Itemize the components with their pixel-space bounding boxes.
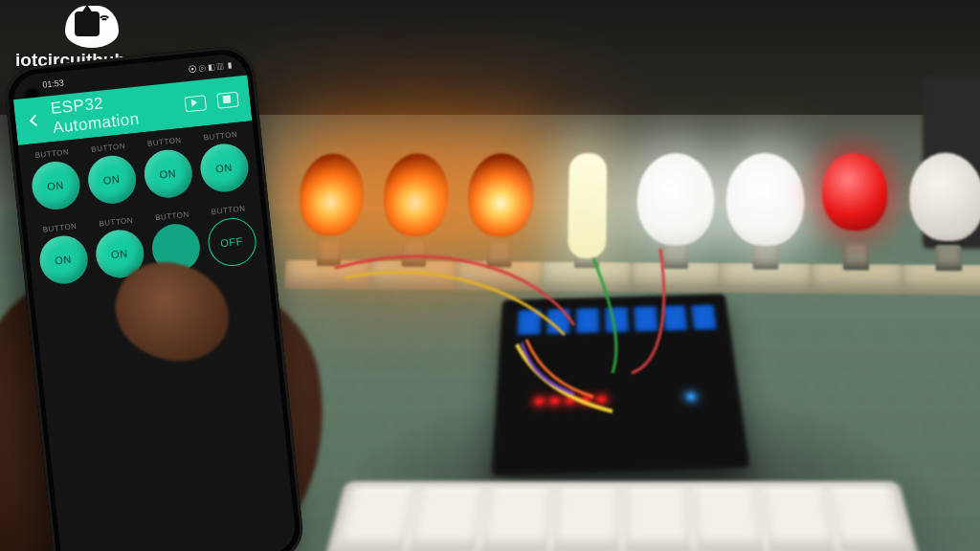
rocker-switch[interactable] [408, 489, 482, 551]
button-widget-2: BUTTONON [80, 141, 142, 217]
widget-label: BUTTON [34, 147, 69, 160]
status-icons-right: ⦿ ⦾ ◧ ▥ ▮ [188, 60, 234, 76]
rocker-switch[interactable] [625, 489, 692, 551]
rocker-switch[interactable] [336, 489, 415, 551]
toggle-button-on[interactable]: ON [37, 233, 90, 286]
bulb-2 [377, 153, 453, 267]
widget-label: BUTTON [91, 142, 125, 154]
rocker-switch[interactable] [693, 489, 764, 551]
rocker-switch[interactable] [553, 489, 620, 551]
stop-icon[interactable] [216, 92, 239, 109]
button-widget-1: BUTTONON [25, 146, 86, 223]
widget-label: BUTTON [147, 136, 182, 148]
rocker-switch[interactable] [761, 489, 835, 551]
widget-label: BUTTON [42, 222, 77, 234]
switch-strip [323, 481, 921, 551]
relay-board [491, 294, 749, 475]
bulb-1 [293, 154, 368, 267]
widget-label: BUTTON [99, 216, 133, 229]
toggle-button-off[interactable]: OFF [206, 216, 258, 269]
toggle-button-on[interactable]: ON [85, 153, 138, 206]
button-widget-3: BUTTONON [137, 135, 198, 211]
button-widget-5: BUTTONON [33, 221, 94, 298]
button-widget-8: BUTTONOFF [201, 203, 262, 279]
toggle-button-on[interactable]: ON [142, 147, 194, 200]
toggle-button-on[interactable]: ON [29, 160, 81, 212]
bulb-3 [463, 153, 539, 268]
bulb-7 [816, 153, 896, 271]
rocker-switch[interactable] [829, 489, 908, 551]
toggle-button-on[interactable]: ON [197, 142, 250, 194]
bulb-4 [549, 153, 625, 268]
bulb-5 [637, 153, 713, 269]
widget-label: BUTTON [155, 210, 189, 223]
chevron-left-icon[interactable] [27, 113, 41, 127]
bulb-rail [293, 76, 980, 272]
widget-label: BUTTON [203, 130, 237, 143]
status-time: 01:53 [42, 78, 64, 90]
watermark-logo [65, 6, 119, 48]
button-widget-4: BUTTONON [193, 129, 255, 206]
rocker-switch[interactable] [480, 489, 551, 551]
bulb-8 [906, 153, 980, 272]
bulb-6 [726, 153, 804, 270]
widget-label: BUTTON [211, 204, 245, 216]
play-icon[interactable] [184, 95, 207, 112]
